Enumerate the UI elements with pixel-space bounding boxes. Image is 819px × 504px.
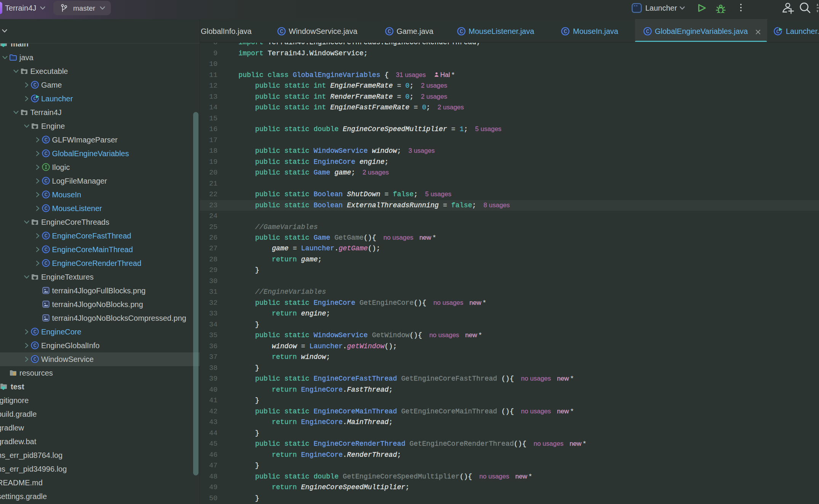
svg-text:C: C [564,29,567,35]
svg-text:C: C [44,178,47,184]
svg-text:I: I [44,165,47,170]
svg-text:C: C [34,343,37,349]
svg-text:C: C [44,137,47,143]
svg-text:C: C [44,151,47,157]
svg-text:C: C [646,29,649,35]
svg-text:C: C [44,261,47,266]
svg-text:C: C [460,29,463,35]
svg-text:C: C [388,29,391,35]
svg-text:C: C [44,233,47,239]
svg-text:C: C [34,357,37,362]
svg-text:C: C [34,329,37,335]
svg-text:C: C [280,29,283,35]
svg-text:C: C [44,247,47,253]
svg-text:C: C [34,82,37,88]
svg-text:C: C [44,206,47,211]
svg-text:C: C [44,192,47,198]
